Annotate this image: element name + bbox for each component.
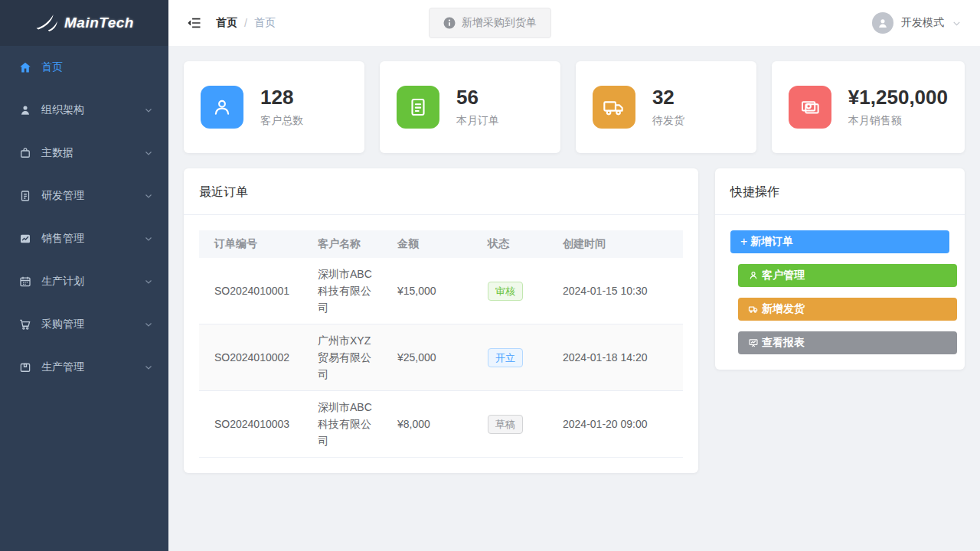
chevron-down-icon [144,106,153,115]
col-status: 状态 [477,230,552,258]
user-name: 开发模式 [901,16,944,30]
user-menu[interactable]: 开发模式 [872,12,962,34]
order-customer: 深圳市ABC科技有限公司 [307,258,387,324]
orders-table: 订单编号 客户名称 金额 状态 创建时间 SO2024010001 深圳市ABC… [199,230,683,458]
sidebar-item-label: 生产计划 [41,275,84,289]
new-shipment-button[interactable]: 新增发货 [738,298,957,321]
sidebar-item-manufacturing[interactable]: 生产管理 [0,346,168,389]
sidebar-item-home[interactable]: 首页 [0,46,168,89]
sidebar-item-rnd[interactable]: 研发管理 [0,174,168,217]
breadcrumb-separator: / [244,17,247,29]
stat-card-monthly-orders: 56 本月订单 [380,61,560,153]
new-purchase-arrival-label: 新增采购到货单 [462,16,537,30]
brand-logo: MainTech [0,0,168,46]
breadcrumb-root[interactable]: 首页 [216,16,237,30]
stat-card-customers: 128 客户总数 [184,61,364,153]
stat-cards: 128 客户总数 56 本月订单 32 待发货 [184,61,965,153]
bag-icon [18,146,32,160]
status-badge: 审核 [488,282,523,301]
sidebar-item-sales[interactable]: 销售管理 [0,217,168,260]
package-icon [18,360,32,374]
sidebar-item-purchasing[interactable]: 采购管理 [0,303,168,346]
stat-label: 本月订单 [456,114,499,128]
order-id: SO2024010001 [199,258,307,324]
document-icon [18,189,32,203]
cart-icon [18,318,32,331]
chevron-down-icon [952,18,962,28]
sidebar-nav: 首页 组织架构 主数据 研发管理 销售管理 生产计划 [0,46,168,389]
order-amount: ¥15,000 [387,258,477,324]
sidebar-item-organization[interactable]: 组织架构 [0,89,168,132]
chevron-down-icon [144,234,153,243]
stat-label: 客户总数 [260,114,303,128]
status-badge: 草稿 [488,415,523,434]
breadcrumb: 首页 / 首页 [216,16,276,30]
col-customer: 客户名称 [307,230,387,258]
user-icon [748,270,759,281]
chart-icon [18,232,32,246]
customer-management-button[interactable]: 客户管理 [738,264,957,287]
table-header-row: 订单编号 客户名称 金额 状态 创建时间 [199,230,683,258]
stat-label: 待发货 [652,114,684,128]
order-created: 2024-01-15 10:30 [552,258,683,324]
new-purchase-arrival-button[interactable]: 新增采购到货单 [429,8,551,38]
sidebar-item-label: 研发管理 [41,189,84,203]
calendar-icon [18,275,32,289]
stat-value: 32 [652,86,684,109]
status-badge: 开立 [488,348,523,367]
order-created: 2024-01-20 09:00 [552,391,683,458]
sidebar-item-label: 采购管理 [41,318,84,331]
page-content: 128 客户总数 56 本月订单 32 待发货 [168,46,980,488]
money-icon [789,86,831,129]
sidebar: MainTech 首页 组织架构 主数据 研发管理 销售管理 生 [0,0,168,551]
table-row[interactable]: SO2024010002 广州市XYZ贸易有限公司 ¥25,000 开立 202… [199,324,683,391]
chevron-down-icon [144,320,153,329]
sidebar-item-label: 销售管理 [41,232,84,246]
truck-icon [748,304,759,315]
home-icon [18,60,32,74]
sidebar-item-production-plan[interactable]: 生产计划 [0,260,168,303]
stat-card-pending-shipments: 32 待发货 [576,61,756,153]
stat-value: 56 [456,86,499,109]
chevron-down-icon [144,191,153,201]
sidebar-item-label: 生产管理 [41,360,84,374]
customers-icon [201,86,243,129]
order-amount: ¥8,000 [387,391,477,458]
quick-actions-panel: 快捷操作 + 新增订单 客户管理 新增发货 [715,168,965,370]
truck-icon [593,86,635,129]
info-icon [443,17,456,29]
view-reports-button[interactable]: 查看报表 [738,331,957,354]
stat-card-monthly-sales: ¥1,250,000 本月销售额 [772,61,965,153]
order-created: 2024-01-18 14:20 [552,324,683,391]
table-row[interactable]: SO2024010003 深圳市ABC科技有限公司 ¥8,000 草稿 2024… [199,391,683,458]
stat-value: ¥1,250,000 [848,86,948,109]
table-row[interactable]: SO2024010001 深圳市ABC科技有限公司 ¥15,000 审核 202… [199,258,683,324]
new-order-button[interactable]: + 新增订单 [730,230,949,253]
view-reports-label: 查看报表 [762,336,805,350]
col-order-id: 订单编号 [199,230,307,258]
order-customer: 深圳市ABC科技有限公司 [307,391,387,458]
customer-management-label: 客户管理 [762,269,805,282]
brand-name: MainTech [64,15,134,31]
recent-orders-panel: 最近订单 订单编号 客户名称 金额 状态 创建时间 [184,168,698,473]
stat-value: 128 [260,86,303,109]
col-created: 创建时间 [552,230,683,258]
user-icon [18,103,32,117]
sidebar-collapse-icon[interactable] [187,15,202,31]
sidebar-item-label: 组织架构 [41,103,84,117]
brand-swoosh-icon [34,13,60,33]
chevron-down-icon [144,277,153,286]
plus-icon: + [740,236,747,248]
quick-actions-title: 快捷操作 [715,168,965,215]
sidebar-item-master-data[interactable]: 主数据 [0,132,168,174]
orders-icon [397,86,439,129]
new-shipment-label: 新增发货 [762,302,805,316]
avatar [872,12,893,34]
report-icon [748,337,759,348]
new-order-label: 新增订单 [750,235,793,249]
col-amount: 金额 [387,230,477,258]
order-id: SO2024010003 [199,391,307,458]
chevron-down-icon [144,148,153,158]
topbar: 首页 / 首页 新增采购到货单 开发模式 [168,0,980,46]
breadcrumb-current: 首页 [254,16,276,30]
